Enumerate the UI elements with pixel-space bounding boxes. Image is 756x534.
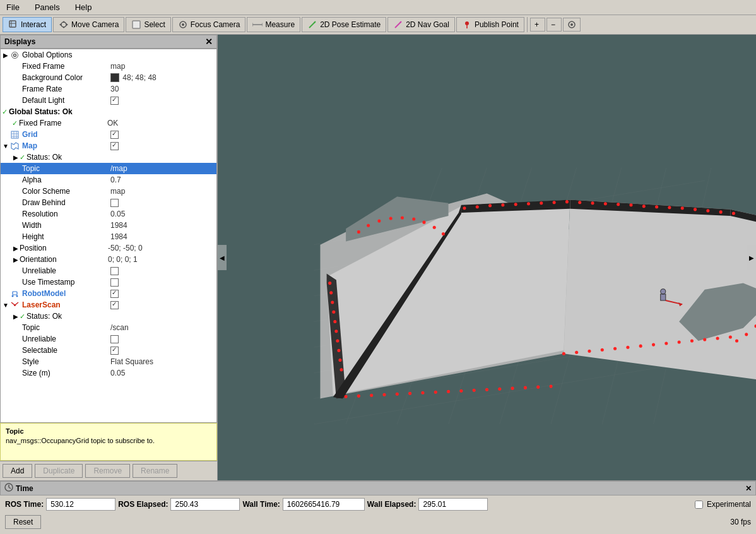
time-panel-close[interactable]: ✕: [745, 484, 752, 493]
global-options-row[interactable]: ▶ Global Options: [1, 49, 216, 61]
global-status-row[interactable]: ✓ Global Status: Ok: [1, 106, 216, 117]
laser-icon: [9, 300, 20, 310]
map-enable-checkbox[interactable]: [110, 142, 119, 150]
background-color-row[interactable]: Background Color 48; 48; 48: [1, 72, 216, 83]
viewport-arrow-left[interactable]: ◀: [218, 245, 227, 270]
laser-size-row[interactable]: Size (m) 0.05: [1, 367, 216, 379]
duplicate-button[interactable]: Duplicate: [35, 464, 83, 478]
viewport-arrow-right[interactable]: ▶: [747, 245, 756, 270]
remove-button[interactable]: Remove: [85, 464, 130, 478]
map-alpha-row[interactable]: Alpha 0.7: [1, 174, 216, 186]
select-button[interactable]: Select: [126, 17, 170, 32]
grid-enable-checkbox[interactable]: [110, 131, 119, 139]
laser-unreliable-checkbox[interactable]: [110, 335, 119, 343]
svg-point-72: [338, 359, 341, 362]
map-width-label: Width: [22, 221, 110, 230]
frame-rate-row[interactable]: Frame Rate 30: [1, 83, 216, 95]
svg-point-106: [476, 205, 479, 208]
menu-panels[interactable]: Panels: [31, 1, 64, 13]
ros-elapsed-field[interactable]: [170, 498, 240, 511]
laser-link[interactable]: LaserScan: [22, 300, 61, 309]
zoom-in-button[interactable]: +: [530, 18, 545, 32]
wall-elapsed-field[interactable]: [418, 498, 488, 511]
publish-point-button[interactable]: Publish Point: [456, 17, 524, 32]
map-draw-behind-checkbox[interactable]: [110, 199, 119, 207]
default-light-checkbox[interactable]: [110, 97, 119, 105]
map-timestamp-row[interactable]: Use Timestamp: [1, 276, 216, 288]
grid-expand[interactable]: [2, 131, 9, 138]
nav-icon: [393, 20, 403, 30]
ros-time-field[interactable]: [46, 498, 115, 511]
focus-camera-button[interactable]: Focus Camera: [172, 17, 246, 32]
map-orientation-label: Orientation: [20, 255, 108, 264]
grid-link[interactable]: Grid: [22, 130, 38, 139]
fixed-frame-row[interactable]: Fixed Frame map: [1, 61, 216, 72]
displays-tree[interactable]: ▶ Global Options Fixed Frame map: [0, 49, 217, 423]
time-content: ROS Time: ROS Elapsed: Wall Time: Wall E…: [0, 495, 756, 513]
move-camera-button[interactable]: Move Camera: [53, 17, 124, 32]
map-status-expand[interactable]: ▶: [12, 153, 20, 161]
map-height-row[interactable]: Height 1984: [1, 231, 216, 242]
robot-enable-checkbox[interactable]: [110, 290, 119, 298]
view-button[interactable]: [563, 18, 581, 32]
map-color-scheme-row[interactable]: Color Scheme map: [1, 186, 216, 197]
laser-scan-expand[interactable]: ▼: [2, 301, 9, 309]
laser-style-row[interactable]: Style Flat Squares: [1, 356, 216, 367]
add-button[interactable]: Add: [3, 464, 32, 478]
2d-nav-button[interactable]: 2D Nav Goal: [387, 17, 455, 32]
experimental-checkbox[interactable]: [695, 501, 703, 509]
map-timestamp-checkbox[interactable]: [110, 278, 119, 287]
fixed-frame-status-row[interactable]: ✓ Fixed Frame OK: [1, 117, 216, 129]
robot-model-row[interactable]: RobotModel: [1, 288, 216, 299]
svg-point-74: [345, 395, 348, 398]
map-unreliable-checkbox[interactable]: [110, 267, 119, 275]
global-options-expand[interactable]: ▶: [2, 51, 9, 59]
menu-help[interactable]: Help: [71, 1, 96, 13]
3d-viewport[interactable]: ◀ ▶: [218, 35, 756, 480]
map-position-row[interactable]: ▶ Position -50; -50; 0: [1, 242, 216, 254]
svg-point-121: [668, 206, 671, 209]
map-resolution-row[interactable]: Resolution 0.05: [1, 208, 216, 220]
map-width-row[interactable]: Width 1984: [1, 220, 216, 231]
time-footer: Reset 30 fps: [0, 513, 756, 531]
map-link[interactable]: Map: [22, 141, 37, 150]
laser-topic-row[interactable]: Topic /scan: [1, 322, 216, 333]
map-unreliable-row[interactable]: Unreliable: [1, 265, 216, 276]
svg-point-96: [626, 346, 629, 349]
robot-model-expand[interactable]: [2, 290, 9, 297]
grid-row[interactable]: Grid: [1, 129, 216, 140]
map-expand[interactable]: ▼: [2, 142, 9, 150]
svg-point-22: [13, 54, 16, 56]
measure-button[interactable]: Measure: [247, 17, 300, 32]
default-light-row[interactable]: Default Light: [1, 95, 216, 106]
svg-point-111: [540, 201, 543, 205]
map-orientation-expand[interactable]: ▶: [12, 256, 20, 263]
laser-size-label: Size (m): [22, 369, 110, 377]
laser-unreliable-row[interactable]: Unreliable: [1, 333, 216, 345]
menu-file[interactable]: File: [3, 1, 23, 13]
map-topic-row[interactable]: Topic /map: [1, 163, 216, 174]
wall-time-field[interactable]: [283, 498, 365, 511]
2d-pose-button[interactable]: 2D Pose Estimate: [302, 17, 386, 32]
laser-selectable-checkbox[interactable]: [110, 347, 119, 355]
svg-point-23: [11, 52, 18, 58]
displays-close-button[interactable]: ✕: [205, 37, 213, 47]
map-draw-behind-row[interactable]: Draw Behind: [1, 197, 216, 208]
map-position-expand[interactable]: ▶: [12, 244, 20, 252]
bg-color-swatch[interactable]: [110, 73, 119, 82]
laser-enable-checkbox[interactable]: [110, 301, 119, 309]
interact-button[interactable]: Interact: [3, 17, 52, 32]
laser-status-expand[interactable]: ▶: [12, 312, 20, 320]
laser-status-row[interactable]: ▶ ✓ Status: Ok: [1, 311, 216, 322]
zoom-out-button[interactable]: −: [546, 18, 562, 32]
map-orientation-row[interactable]: ▶ Orientation 0; 0; 0; 1: [1, 254, 216, 265]
laser-scan-row[interactable]: ▼ LaserScan: [1, 299, 216, 311]
map-status-row[interactable]: ▶ ✓ Status: Ok: [1, 151, 216, 163]
robot-link[interactable]: RobotModel: [22, 289, 66, 298]
map-draw-behind-value: [110, 198, 215, 207]
map-row[interactable]: ▼ Map: [1, 140, 216, 151]
rename-button[interactable]: Rename: [133, 464, 177, 478]
reset-button[interactable]: Reset: [5, 515, 41, 529]
laser-selectable-row[interactable]: Selectable: [1, 345, 216, 356]
svg-point-114: [578, 201, 581, 204]
